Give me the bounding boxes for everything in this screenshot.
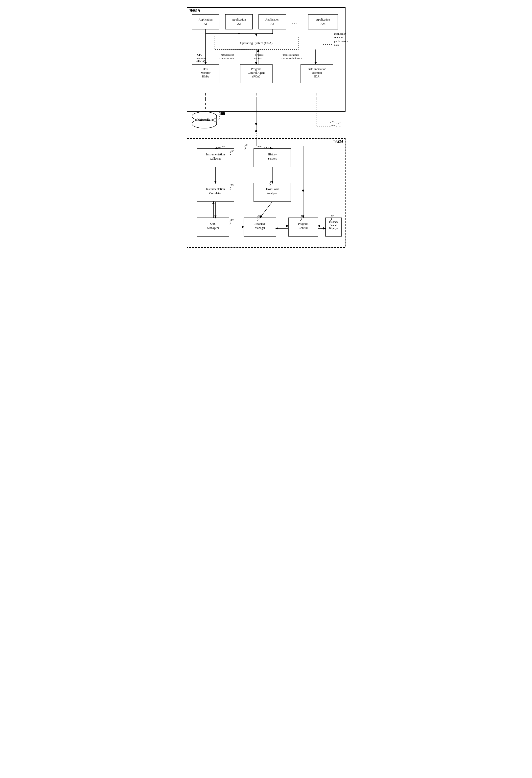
svg-point-72 (255, 130, 257, 132)
network-number: 100 (219, 111, 225, 116)
rm-region (187, 139, 345, 247)
network-label: Network (197, 118, 209, 122)
rm-label: RM (337, 140, 343, 144)
host-a-label: Host A (189, 8, 200, 12)
host-a-region (187, 7, 345, 111)
svg-point-71 (255, 123, 257, 125)
